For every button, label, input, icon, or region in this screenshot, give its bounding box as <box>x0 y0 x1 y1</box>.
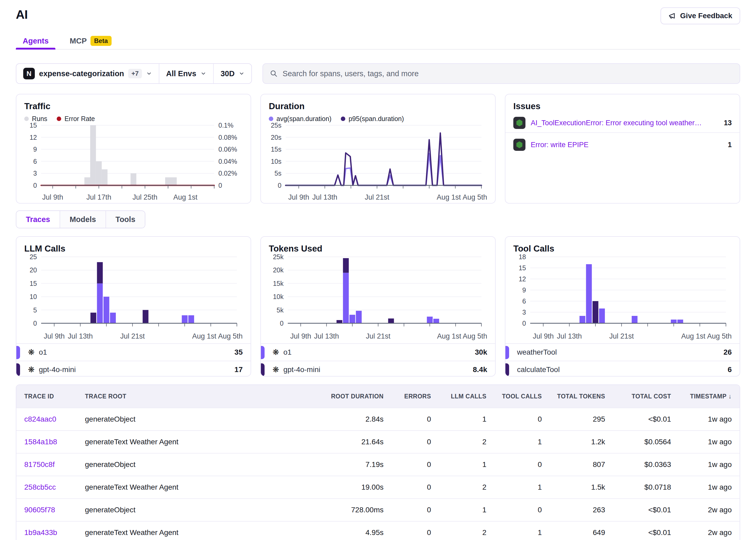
issue-link[interactable]: Error: write EPIPE <box>531 141 588 149</box>
issue-link[interactable]: AI_ToolExecutionError: Error executing t… <box>531 119 705 127</box>
sort-desc-icon: ↓ <box>726 393 732 400</box>
timestamp-value[interactable]: 2w ago <box>708 528 732 537</box>
trace-cell: 21.64s <box>296 438 383 446</box>
trace-id-link[interactable]: 81750c8f <box>24 461 55 469</box>
chevron-down-icon <box>201 71 206 76</box>
search-input[interactable] <box>282 69 733 78</box>
tokens-used-card: Tokens Used 05k10k15k20k25kJul 9thJul 13… <box>260 236 496 376</box>
trace-id-link[interactable]: 1584a1b8 <box>24 438 57 446</box>
timestamp-value[interactable]: 1w ago <box>708 461 732 469</box>
column-header-tool-calls[interactable]: TOOL CALLS <box>486 393 542 400</box>
y-axis-label: 9 <box>522 286 526 294</box>
column-header-timestamp[interactable]: TIMESTAMP ↓ <box>671 393 732 400</box>
issues-list: AI_ToolExecutionError: Error executing t… <box>506 113 740 155</box>
trace-row[interactable]: 81750c8fgenerateObject7.19s010807$0.0363… <box>16 453 740 476</box>
llm-calls-title: LLM Calls <box>16 244 250 254</box>
timestamp-value[interactable]: 1w ago <box>708 415 732 424</box>
legend-label: Error Rate <box>65 115 95 123</box>
give-feedback-button[interactable]: Give Feedback <box>661 7 740 24</box>
series-row: ❋gpt-4o-mini17 <box>16 361 250 376</box>
trace-cell: 1.2k <box>542 438 605 446</box>
tab-traces[interactable]: Traces <box>16 211 60 228</box>
bar <box>96 161 102 185</box>
date-range-selector[interactable]: 30D <box>213 64 251 83</box>
trace-row[interactable]: 1b9a433bgenerateText Weather Agent4.95s0… <box>16 521 740 540</box>
trace-row[interactable]: 258cb5ccgenerateText Weather Agent19.00s… <box>16 476 740 498</box>
tab-models[interactable]: Models <box>60 211 105 228</box>
trace-cell: 0 <box>383 483 431 491</box>
y-axis-label: 10k <box>273 293 284 300</box>
bar <box>586 264 592 323</box>
bar <box>350 315 355 323</box>
column-header-trace-id[interactable]: TRACE ID <box>24 393 85 400</box>
traces-table-header: TRACE IDTRACE ROOTROOT DURATIONERRORSLLM… <box>16 385 740 408</box>
column-header-total-tokens[interactable]: TOTAL TOKENS <box>542 393 605 400</box>
line-series <box>286 154 481 185</box>
column-header-total-cost[interactable]: TOTAL COST <box>605 393 671 400</box>
column-header-root-duration[interactable]: ROOT DURATION <box>296 393 383 400</box>
timestamp-value[interactable]: 1w ago <box>708 438 732 446</box>
tokens-used-chart: 05k10k15k20k25kJul 9thJul 13thJul 21stAu… <box>269 254 488 341</box>
series-row: ❋o130k <box>261 343 495 361</box>
openai-icon: ❋ <box>28 366 35 374</box>
column-header-trace-root[interactable]: TRACE ROOT <box>85 393 296 400</box>
y-axis-label: 15k <box>273 280 284 287</box>
trace-row[interactable]: 1584a1b8generateText Weather Agent21.64s… <box>16 430 740 453</box>
x-axis-label: Aug 5th <box>218 332 243 340</box>
openai-icon: ❋ <box>272 348 279 356</box>
trace-id-cell: 90605f78 <box>24 506 85 514</box>
legend-item: Runs <box>24 115 47 123</box>
metric-cards: LLM Calls 0510152025Jul 9thJul 13thJul 2… <box>16 236 740 376</box>
column-header-errors[interactable]: ERRORS <box>383 393 431 400</box>
trace-id-link[interactable]: 1b9a433b <box>24 528 57 537</box>
y-axis-right-label: 0.06% <box>219 146 237 153</box>
series-value: 26 <box>723 348 732 356</box>
timestamp-value[interactable]: 1w ago <box>708 483 732 491</box>
trace-cell: 1 <box>486 483 542 491</box>
series-color-chip <box>505 346 509 359</box>
x-axis-label: Jul 21st <box>366 332 391 340</box>
legend-dot <box>24 116 29 121</box>
trace-row[interactable]: 90605f78generateObject728.00ms010263<$0.… <box>16 498 740 521</box>
x-axis-label: Jul 25th <box>132 193 157 201</box>
x-axis-label: Jul 21st <box>609 332 634 340</box>
bar <box>188 315 194 323</box>
y-axis-label: 15 <box>30 123 37 129</box>
bar <box>343 258 349 273</box>
trace-id-link[interactable]: 258cb5cc <box>24 483 56 491</box>
timestamp-value[interactable]: 2w ago <box>708 506 732 514</box>
bar <box>592 301 598 323</box>
trace-id-link[interactable]: c824aac0 <box>24 415 56 423</box>
series-label: calculateTool <box>517 365 560 374</box>
env-selector[interactable]: All Envs <box>159 64 213 83</box>
trace-cell: 7.19s <box>296 461 383 469</box>
trace-cell: 0 <box>383 415 431 424</box>
x-axis-label: Aug 5th <box>707 332 732 340</box>
y-axis-label: 6 <box>33 158 37 165</box>
series-value: 8.4k <box>473 365 488 374</box>
y-axis-label: 0 <box>278 182 281 189</box>
tab-mcp[interactable]: MCP Beta <box>63 33 118 49</box>
trace-row[interactable]: c824aac0generateObject2.84s010295<$0.011… <box>16 408 740 430</box>
issue-row: Error: write EPIPE1 <box>506 135 740 155</box>
trace-cell: 2w ago <box>671 506 732 514</box>
trace-id-link[interactable]: 90605f78 <box>24 506 55 514</box>
series-row: ❋gpt-4o-mini8.4k <box>261 361 495 376</box>
x-axis-label: Aug 5th <box>463 332 487 340</box>
bar <box>165 178 171 185</box>
y-axis-right-label: 0 <box>219 182 222 189</box>
bar <box>84 178 90 185</box>
bar <box>90 313 96 323</box>
bar <box>97 262 103 283</box>
y-axis-label: 0 <box>33 182 37 189</box>
tab-tools[interactable]: Tools <box>105 211 145 228</box>
page-header: AI Give Feedback <box>16 7 740 25</box>
trace-cell: 19.00s <box>296 483 383 491</box>
trace-cell: 1w ago <box>671 415 732 424</box>
x-axis-label: Aug 1st <box>437 332 461 340</box>
y-axis-label: 20k <box>273 266 284 274</box>
project-selector[interactable]: N expense-categorization +7 <box>16 64 159 83</box>
column-header-llm-calls[interactable]: LLM CALLS <box>431 393 486 400</box>
traffic-chart: 0030.02%60.04%90.06%120.08%150.1%Jul 9th… <box>24 123 243 202</box>
tab-agents[interactable]: Agents <box>16 33 56 49</box>
